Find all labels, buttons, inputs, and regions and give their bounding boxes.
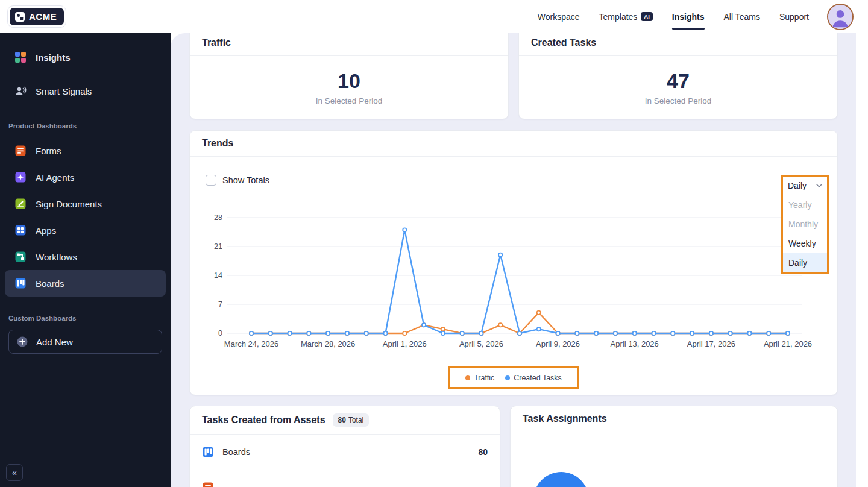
asset-row-boards[interactable]: Boards80 <box>202 435 488 470</box>
svg-text:April 1, 2026: April 1, 2026 <box>383 339 427 348</box>
dropdown-option-daily[interactable]: Daily <box>783 253 827 272</box>
svg-text:March 28, 2026: March 28, 2026 <box>301 339 355 348</box>
add-new-button[interactable]: Add New <box>8 330 162 354</box>
boards-icon <box>202 446 214 458</box>
dropdown-option-yearly[interactable]: Yearly <box>783 195 827 215</box>
sidebar-item-forms[interactable]: Forms <box>5 137 166 164</box>
forms-icon <box>14 145 27 157</box>
sidebar-item-insights[interactable]: Insights <box>5 44 166 71</box>
sidebar-item-workflows[interactable]: Workflows <box>5 244 166 270</box>
acme-logo-text: ACME <box>29 11 57 22</box>
legend-dot-icon <box>505 375 510 380</box>
plus-circle-icon <box>16 336 28 348</box>
dropdown-option-monthly[interactable]: Monthly <box>783 215 827 234</box>
sidebar-section-product-dashboards: Product Dashboards <box>8 122 162 130</box>
show-totals-label: Show Totals <box>222 175 269 185</box>
dropdown-option-weekly[interactable]: Weekly <box>783 234 827 253</box>
ai-agents-icon <box>14 171 27 183</box>
nav-workspace[interactable]: Workspace <box>538 12 580 22</box>
trends-line-chart[interactable]: 07142128March 24, 2026March 28, 2026Apri… <box>206 202 823 353</box>
tasks-from-assets-card: Tasks Created from Assets 80Total Boards… <box>189 406 500 487</box>
legend-created-tasks[interactable]: Created Tasks <box>505 374 562 382</box>
svg-text:March 24, 2026: March 24, 2026 <box>224 339 278 348</box>
traffic-card-title: Traffic <box>190 33 508 56</box>
sidebar: InsightsSmart SignalsProduct DashboardsF… <box>0 33 171 487</box>
nav-templates[interactable]: TemplatesAI <box>599 12 653 22</box>
svg-text:April 13, 2026: April 13, 2026 <box>611 339 659 348</box>
acme-logo[interactable]: ACME <box>7 5 66 28</box>
forms-icon <box>202 482 214 487</box>
sidebar-section-custom-dashboards: Custom Dashboards <box>8 315 162 322</box>
sidebar-item-smart-signals[interactable]: Smart Signals <box>5 78 166 104</box>
top-bar: ACME WorkspaceTemplatesAIInsightsAll Tea… <box>0 0 868 33</box>
period-dropdown-menu: YearlyMonthlyWeeklyDaily <box>783 195 827 272</box>
traffic-value: 10 <box>190 71 508 91</box>
chart-legend: TrafficCreated Tasks <box>460 372 567 382</box>
svg-text:April 21, 2026: April 21, 2026 <box>764 339 812 348</box>
bottom-cards-row: Tasks Created from Assets 80Total Boards… <box>189 406 838 487</box>
insights-icon <box>14 51 27 63</box>
annotation-box-period-select: Daily YearlyMonthlyWeeklyDaily <box>781 175 829 274</box>
annotation-box-legend: TrafficCreated Tasks <box>448 366 579 389</box>
traffic-caption: In Selected Period <box>190 96 508 105</box>
period-select-value: Daily <box>788 181 807 190</box>
show-totals-checkbox[interactable]: Show Totals <box>206 175 269 186</box>
apps-icon <box>14 224 27 236</box>
assignments-card-title: Task Assignments <box>511 406 837 432</box>
assets-total-badge: 80Total <box>333 413 370 427</box>
svg-text:April 9, 2026: April 9, 2026 <box>536 339 580 348</box>
content-panel: Traffic 10 In Selected Period Created Ta… <box>171 33 856 487</box>
checkbox-box[interactable] <box>206 175 216 186</box>
chevron-down-icon <box>816 184 822 187</box>
smart-signals-icon <box>14 85 27 97</box>
created-tasks-card-title: Created Tasks <box>519 33 837 56</box>
trends-card: Trends Daily YearlyMonthlyWeeklyDaily Sh… <box>189 130 838 395</box>
sidebar-item-boards[interactable]: Boards <box>5 270 166 297</box>
sign-documents-icon <box>14 198 27 210</box>
period-select[interactable]: Daily <box>783 177 827 195</box>
legend-dot-icon <box>465 375 470 380</box>
stats-row: Traffic 10 In Selected Period Created Ta… <box>189 33 838 119</box>
traffic-stat-card: Traffic 10 In Selected Period <box>189 33 509 119</box>
acme-logo-mark-icon <box>15 12 25 22</box>
sidebar-item-ai-agents[interactable]: AI Agents <box>5 164 166 190</box>
sidebar-item-sign-documents[interactable]: Sign Documents <box>5 190 166 217</box>
svg-text:0: 0 <box>218 329 222 338</box>
created-tasks-caption: In Selected Period <box>519 96 837 105</box>
asset-row[interactable] <box>202 470 488 487</box>
svg-text:April 5, 2026: April 5, 2026 <box>459 339 503 348</box>
assets-card-title: Tasks Created from Assets <box>202 415 326 426</box>
svg-text:7: 7 <box>218 300 222 309</box>
svg-text:21: 21 <box>214 242 222 251</box>
boards-icon <box>14 277 27 289</box>
legend-traffic[interactable]: Traffic <box>465 374 494 382</box>
svg-text:April 17, 2026: April 17, 2026 <box>687 339 735 348</box>
user-avatar[interactable] <box>827 4 854 30</box>
created-tasks-value: 47 <box>519 71 837 91</box>
task-assignments-card: Task Assignments <box>510 406 838 487</box>
sidebar-item-apps[interactable]: Apps <box>5 217 166 244</box>
svg-text:14: 14 <box>214 271 222 280</box>
ai-badge: AI <box>641 12 653 21</box>
assignments-pie-chart[interactable] <box>533 472 589 487</box>
workflows-icon <box>14 251 27 263</box>
svg-text:28: 28 <box>214 213 222 222</box>
created-tasks-stat-card: Created Tasks 47 In Selected Period <box>518 33 838 119</box>
nav-all-teams[interactable]: All Teams <box>724 12 760 22</box>
sidebar-collapse-button[interactable]: « <box>6 464 23 481</box>
nav-support[interactable]: Support <box>779 12 809 22</box>
user-icon <box>828 5 852 29</box>
trends-card-title: Trends <box>190 131 837 157</box>
top-nav: WorkspaceTemplatesAIInsightsAll TeamsSup… <box>538 12 809 22</box>
nav-insights[interactable]: Insights <box>672 12 705 22</box>
add-new-label: Add New <box>36 337 73 347</box>
